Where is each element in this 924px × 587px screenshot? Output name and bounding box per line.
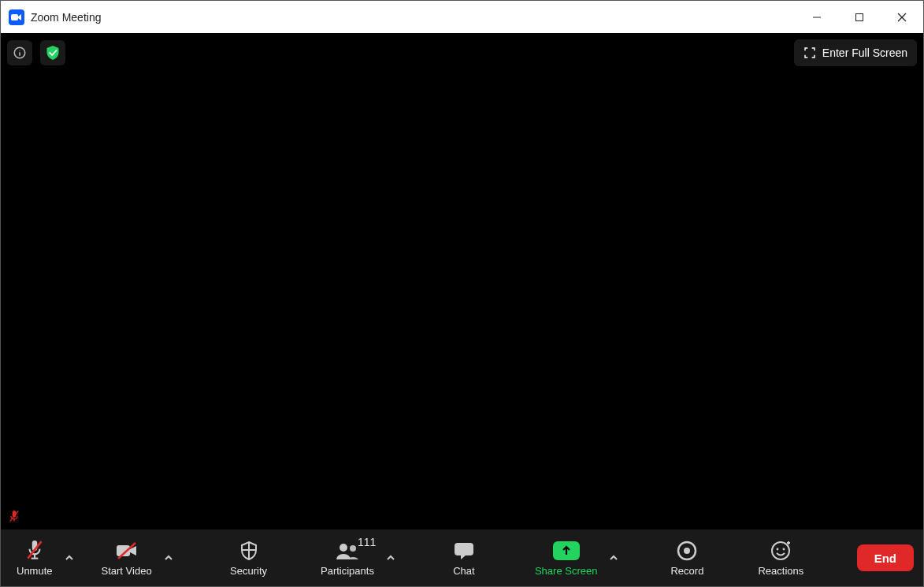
share-screen-label: Share Screen	[535, 565, 598, 577]
share-screen-button[interactable]: Share Screen	[529, 536, 604, 580]
chat-label: Chat	[453, 565, 474, 577]
unmute-label: Unmute	[17, 565, 53, 577]
record-button[interactable]: Record	[663, 536, 711, 580]
end-meeting-button[interactable]: End	[857, 544, 914, 571]
encryption-shield-button[interactable]	[40, 40, 65, 65]
share-options-caret[interactable]	[605, 547, 622, 569]
participants-label: Participants	[321, 565, 374, 577]
titlebar: Zoom Meeting	[1, 1, 923, 33]
start-video-label: Start Video	[102, 565, 152, 577]
zoom-window: Zoom Meeting	[0, 0, 924, 587]
shield-icon	[239, 539, 258, 563]
titlebar-left: Zoom Meeting	[1, 9, 101, 25]
video-off-icon	[115, 539, 139, 563]
meeting-info-button[interactable]	[7, 40, 32, 65]
start-video-button[interactable]: Start Video	[95, 536, 158, 580]
unmute-button[interactable]: Unmute	[10, 536, 59, 580]
svg-point-25	[777, 548, 779, 551]
svg-rect-0	[11, 14, 18, 20]
reactions-button[interactable]: Reactions	[751, 536, 810, 580]
microphone-muted-icon	[24, 539, 45, 563]
participants-icon: 111	[336, 539, 359, 563]
maximize-button[interactable]	[838, 1, 881, 33]
toolbar-center: Security 111 Participants	[195, 536, 857, 580]
svg-rect-2	[856, 13, 863, 20]
svg-point-19	[340, 544, 347, 552]
top-overlay: Enter Full Screen	[7, 39, 917, 66]
svg-point-20	[350, 545, 356, 552]
participants-button[interactable]: 111 Participants	[314, 536, 380, 580]
svg-point-23	[684, 548, 690, 554]
svg-point-24	[772, 542, 789, 559]
fullscreen-icon	[803, 46, 816, 59]
window-controls	[796, 1, 923, 33]
svg-point-6	[19, 50, 20, 50]
meeting-toolbar: Unmute Start Video	[1, 529, 923, 586]
enter-fullscreen-label: Enter Full Screen	[822, 46, 907, 59]
self-muted-indicator	[7, 509, 21, 523]
svg-point-26	[783, 548, 785, 551]
participants-count: 111	[358, 536, 376, 548]
record-label: Record	[670, 565, 703, 577]
toolbar-right: End	[857, 544, 914, 571]
reactions-icon	[770, 539, 791, 563]
enter-fullscreen-button[interactable]: Enter Full Screen	[794, 39, 917, 66]
chat-button[interactable]: Chat	[440, 536, 488, 580]
video-options-caret[interactable]	[160, 547, 177, 569]
minimize-button[interactable]	[796, 1, 838, 33]
security-button[interactable]: Security	[224, 536, 273, 580]
security-label: Security	[230, 565, 267, 577]
participants-options-caret[interactable]	[382, 547, 399, 569]
zoom-app-icon	[9, 9, 24, 25]
share-screen-icon	[553, 539, 580, 563]
video-area: Enter Full Screen	[1, 33, 923, 529]
audio-options-caret[interactable]	[61, 547, 78, 569]
toolbar-left: Unmute Start Video	[10, 536, 195, 580]
chat-icon	[453, 539, 475, 563]
close-button[interactable]	[881, 1, 923, 33]
record-icon	[677, 539, 697, 563]
window-title: Zoom Meeting	[31, 11, 101, 24]
svg-rect-21	[455, 543, 473, 555]
reactions-label: Reactions	[758, 565, 803, 577]
